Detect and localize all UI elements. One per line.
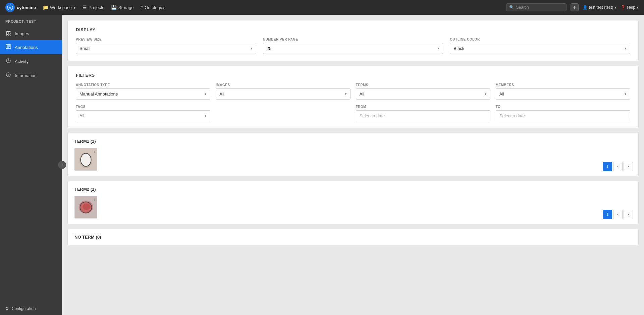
nav-workspace[interactable]: 📁 Workspace ▾: [43, 5, 76, 10]
search-icon: 🔍: [509, 5, 514, 10]
annotation-type-label: ANNOTATION TYPE: [76, 83, 210, 87]
filters-card: FILTERS ANNOTATION TYPE Manual Annotatio…: [67, 66, 639, 128]
images-select[interactable]: All ▾: [216, 88, 350, 100]
terms-select[interactable]: All ▾: [356, 88, 490, 100]
term1-page-1[interactable]: 1: [603, 162, 612, 171]
help-icon: ❓: [621, 5, 626, 10]
logo-text: cytomine: [17, 5, 36, 10]
display-card: DISPLAY PREVIEW SIZE Small ▾ NUMBER PER …: [67, 20, 639, 61]
number-per-page-group: NUMBER PER PAGE 25 ▾: [263, 38, 443, 54]
term1-title: TERM1 (1): [74, 139, 632, 144]
images-label: IMAGES: [216, 83, 350, 87]
term1-next-btn[interactable]: ›: [624, 162, 633, 171]
term1-annotation-thumb[interactable]: +: [74, 148, 97, 171]
svg-point-12: [83, 203, 90, 210]
help-menu[interactable]: ❓ Help ▾: [621, 5, 639, 10]
search-input[interactable]: [516, 5, 563, 10]
term1-images: +: [74, 148, 632, 171]
from-label: FROM: [356, 105, 490, 109]
members-arrow: ▾: [625, 92, 627, 96]
terms-arrow: ▾: [485, 92, 487, 96]
activity-icon: [5, 58, 11, 65]
sidebar-item-information[interactable]: i Information: [0, 68, 62, 82]
workspace-icon: 📁: [43, 5, 48, 10]
sidebar-project-title: PROJECT: TEST: [0, 15, 62, 27]
term2-title: TERM2 (1): [74, 187, 632, 192]
images-icon: 🖼: [5, 30, 11, 37]
term2-annotation-thumb[interactable]: +: [74, 196, 97, 218]
members-group: MEMBERS All ▾: [496, 83, 630, 100]
nav-ontologies[interactable]: # Ontologies: [140, 5, 165, 10]
terms-group: TERMS All ▾: [356, 83, 490, 100]
tags-arrow: ▾: [205, 114, 207, 118]
annotation-type-group: ANNOTATION TYPE Manual Annotations ▾: [76, 83, 210, 100]
sidebar-item-annotations[interactable]: Annotations: [0, 40, 62, 54]
number-per-page-select[interactable]: 25 ▾: [263, 43, 443, 54]
main-content: DISPLAY PREVIEW SIZE Small ▾ NUMBER PER …: [62, 15, 644, 315]
number-per-page-label: NUMBER PER PAGE: [263, 38, 443, 41]
to-date-input[interactable]: Select a date: [496, 110, 630, 121]
svg-point-8: [80, 153, 91, 167]
information-icon: i: [5, 72, 11, 79]
outline-color-label: OUTLINE COLOR: [450, 38, 630, 41]
preview-size-label: PREVIEW SIZE: [76, 38, 256, 41]
display-section-title: DISPLAY: [76, 27, 630, 32]
no-term-title: NO TERM (0): [74, 235, 632, 240]
outline-color-select[interactable]: Black ▾: [450, 43, 630, 54]
empty-group: [216, 105, 350, 121]
preview-size-arrow: ▾: [251, 46, 253, 51]
members-select[interactable]: All ▾: [496, 88, 630, 100]
app-logo[interactable]: c cytomine: [5, 3, 36, 12]
sidebar-item-configuration[interactable]: ⚙ Configuration: [0, 302, 62, 315]
svg-text:c: c: [9, 6, 11, 9]
annotation-type-select[interactable]: Manual Annotations ▾: [76, 88, 210, 100]
term2-pagination: 1 ‹ ›: [603, 210, 633, 219]
term1-pagination: 1 ‹ ›: [603, 162, 633, 171]
annotations-icon: [5, 44, 11, 51]
term2-page-1[interactable]: 1: [603, 210, 612, 219]
from-date-input[interactable]: Select a date: [356, 110, 490, 121]
from-group: FROM Select a date: [356, 105, 490, 121]
topnav-right: 🔍 + 👤 test test (test) ▾ ❓ Help ▾: [506, 3, 639, 11]
preview-size-select[interactable]: Small ▾: [76, 43, 256, 54]
display-options-row: PREVIEW SIZE Small ▾ NUMBER PER PAGE 25 …: [76, 38, 630, 54]
user-dropdown-icon: ▾: [614, 5, 616, 10]
terms-label: TERMS: [356, 83, 490, 87]
term2-next-btn[interactable]: ›: [624, 210, 633, 219]
to-group: TO Select a date: [496, 105, 630, 121]
term2-thumb-plus-icon: +: [93, 197, 96, 202]
number-per-page-arrow: ▾: [437, 46, 439, 51]
help-dropdown-icon: ▾: [637, 5, 639, 10]
config-icon: ⚙: [5, 306, 9, 311]
user-menu[interactable]: 👤 test test (test) ▾: [583, 5, 617, 10]
to-label: TO: [496, 105, 630, 109]
filters-section-title: FILTERS: [76, 73, 630, 78]
term2-images: +: [74, 196, 632, 218]
filters-row-2: TAGS All ▾ FROM Select a date TO: [76, 105, 630, 121]
tags-group: TAGS All ▾: [76, 105, 210, 121]
term2-prev-btn[interactable]: ‹: [613, 210, 623, 219]
tags-select[interactable]: All ▾: [76, 110, 210, 121]
nav-storage[interactable]: 💾 Storage: [111, 5, 134, 10]
search-box[interactable]: 🔍: [506, 3, 567, 11]
outline-color-arrow: ▾: [625, 46, 627, 51]
no-term-card: NO TERM (0): [67, 229, 639, 245]
sidebar-collapse-button[interactable]: ‹: [58, 161, 66, 169]
term2-card: TERM2 (1) + 1 ‹ ›: [67, 181, 639, 224]
add-button[interactable]: +: [571, 3, 579, 11]
filters-row-1: ANNOTATION TYPE Manual Annotations ▾ IMA…: [76, 83, 630, 100]
projects-icon: ☰: [83, 5, 87, 10]
ontologies-icon: #: [140, 5, 143, 10]
sidebar-item-activity[interactable]: Activity: [0, 54, 62, 68]
images-arrow: ▾: [345, 92, 347, 96]
sidebar-item-images[interactable]: 🖼 Images: [0, 27, 62, 40]
logo-icon: c: [5, 3, 15, 12]
term1-card: TERM1 (1) + 1 ‹ ›: [67, 133, 639, 176]
top-navigation: c cytomine 📁 Workspace ▾ ☰ Projects 💾 St…: [0, 0, 644, 15]
nav-projects[interactable]: ☰ Projects: [83, 5, 104, 10]
term1-prev-btn[interactable]: ‹: [613, 162, 623, 171]
preview-size-group: PREVIEW SIZE Small ▾: [76, 38, 256, 54]
workspace-dropdown-icon: ▾: [73, 5, 76, 10]
tags-label: TAGS: [76, 105, 210, 109]
thumb-plus-icon: +: [93, 149, 96, 154]
